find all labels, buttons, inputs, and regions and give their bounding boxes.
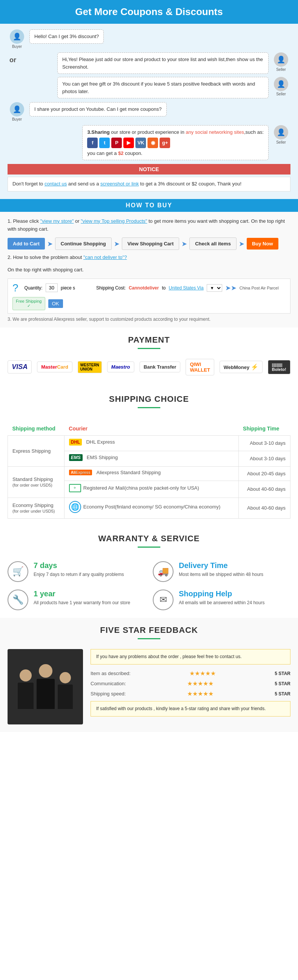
warranty-item-1year: 🔧 1 year All products have 1 year warran… <box>8 590 145 610</box>
warranty-item-7days: 🛒 7 days Enjoy 7 days to return if any q… <box>8 561 145 582</box>
team-silhouettes <box>18 664 73 709</box>
truck-icon: 🚚 <box>153 561 174 582</box>
view-my-store-link[interactable]: "view my store" <box>40 218 74 224</box>
warranty-grid: 🛒 7 days Enjoy 7 days to return if any q… <box>8 561 290 610</box>
dhl-name: DHL Express <box>86 439 115 445</box>
five-star-underline <box>138 638 160 639</box>
steps-row: Add to Cart ➤ Continue Shopping ➤ View S… <box>8 237 290 250</box>
seller-bubble-1a: Hi,Yes! Please just add our store and pr… <box>57 52 269 74</box>
warranty-heading-delivery: Delivery Time <box>179 561 263 570</box>
table-row: Economy Shipping(for order under USD5) 🌐… <box>8 498 290 518</box>
step1-text1: 1. Please click <box>8 218 39 224</box>
to-label: to <box>162 285 166 291</box>
method-standard: Standard Shipping(for order over USD5) <box>8 466 64 498</box>
courier-eco: 🌐 Economy Post(finland economy/ SG econo… <box>64 498 238 518</box>
economy-icon: 🌐 <box>69 501 81 513</box>
feedback-note: If you have any problems about the order… <box>91 649 290 665</box>
ok-button[interactable]: OK <box>48 299 63 308</box>
contact-us-link[interactable]: contact us <box>45 181 67 186</box>
notice-box: NOTICE <box>8 164 290 175</box>
courier-dhl: DHL DHL Express <box>64 435 238 451</box>
five-star-title: FIVE STAR FEEDBACK <box>0 618 298 638</box>
score-1: 5 STAR <box>275 671 290 676</box>
step1-text2: or <box>75 218 81 224</box>
time-air: About 40-60 days <box>238 480 290 498</box>
screenshot-link[interactable]: screenshot or link <box>100 181 139 186</box>
cannot-deliver-link[interactable]: "can not deliver to"? <box>83 255 127 260</box>
time-dhl: About 3-10 days <box>238 435 290 451</box>
seller-bubble-row-1: Hi,Yes! Please just add our store and pr… <box>20 52 290 74</box>
shipping-section: SHIPPING CHOICE Shipping method Courier … <box>0 387 298 526</box>
vk-icon: VK <box>135 138 146 148</box>
coupons-header: Get More Coupons & Discounts <box>0 0 298 24</box>
warranty-text-help: Shopping Help All emails will be answere… <box>179 590 265 606</box>
ems-logo: EMS <box>69 454 83 461</box>
quantity-label: Quantity: <box>24 285 43 291</box>
warranty-heading-help: Shopping Help <box>179 590 265 598</box>
warranty-desc-1year: All products have 1 year warranty from o… <box>33 599 130 606</box>
sharing-text: 3.Sharing our store or product experienc… <box>87 129 264 135</box>
seller-label-2: Seller <box>276 140 286 144</box>
step2-text: 2. How to solve the problem about <box>8 255 82 260</box>
payment-title: PAYMENT <box>0 328 298 348</box>
seller-bubbles-1: Hi,Yes! Please just add our store and pr… <box>20 52 290 99</box>
youtube-icon: ▶ <box>123 138 134 148</box>
air-name: Registered Air Mail(china post/e packet-… <box>83 485 199 491</box>
ali-name: Aliexpress Standard Shipping <box>96 469 161 475</box>
buyer-icon-1: 👤 <box>10 29 24 44</box>
warranty-text-delivery: Delivery Time Most items will be shipped… <box>179 561 263 578</box>
step2-note: On the top right with shopping cart. <box>8 266 290 274</box>
time-ali: About 20-45 days <box>238 466 290 480</box>
buyer-label-1: Buyer <box>12 45 22 49</box>
rating-label-2: Communication: <box>91 681 126 686</box>
how-to-buy-header: HOW TO BUY <box>0 199 298 212</box>
feedback-right: If you have any problems about the order… <box>91 649 290 716</box>
warranty-desc-delivery: Most items will be shipped within 48 hou… <box>179 571 263 578</box>
table-row: Express Shipping DHL DHL Express About 3… <box>8 435 290 451</box>
free-shipping-text: Free Shipping <box>16 299 42 304</box>
shipping-method-select[interactable]: ▼ <box>207 284 222 292</box>
buyer-avatar-2: 👤 Buyer <box>8 102 26 121</box>
warranty-item-help: ✉ Shopping Help All emails will be answe… <box>153 590 290 610</box>
quantity-value[interactable]: 30 <box>46 283 58 292</box>
htb-step2: 2. How to solve the problem about "can n… <box>8 254 290 262</box>
seller-label-1b: Seller <box>276 92 286 96</box>
arrow-3: ➤ <box>182 240 187 248</box>
cart-icon: 🛒 <box>8 561 28 582</box>
feedback-bottom: If satisfied with our products , kindly … <box>91 701 290 716</box>
eco-name: Economy Post(finland economy/ SG economy… <box>83 504 220 510</box>
warranty-underline <box>138 547 160 548</box>
googleplus-icon: g+ <box>159 138 170 148</box>
webmoney-logo: WebMoney ⚡ <box>220 361 263 373</box>
country-label[interactable]: United States Via <box>169 285 204 291</box>
free-shipping-box: Free Shipping ✓ <box>13 297 45 310</box>
check-all-button[interactable]: Check all items <box>190 237 236 250</box>
warranty-desc-help: All emails will be answered within 24 ho… <box>179 599 265 606</box>
western-union-logo: WESTERNUNION <box>78 361 102 373</box>
arrow-4: ➤ <box>239 240 244 248</box>
view-top-selling-link[interactable]: "view my Top selling Products" <box>81 218 147 224</box>
rating-label-3: Shipping speed: <box>91 691 126 697</box>
courier-air: ✈ Registered Air Mail(china post/e packe… <box>64 480 238 498</box>
htb-step1: 1. Please click "view my store" or "view… <box>8 218 290 233</box>
add-to-cart-button[interactable]: Add to Cart <box>8 238 45 250</box>
continue-shopping-button[interactable]: Continue Shopping <box>55 237 112 250</box>
courier-ali: AliExpress Aliexpress Standard Shipping <box>64 466 238 480</box>
or-row: or Hi,Yes! Please just add our store and… <box>8 52 290 99</box>
how-to-buy-section: HOW TO BUY 1. Please click "view my stor… <box>0 199 298 328</box>
view-cart-button[interactable]: View Shopping Cart <box>122 237 180 250</box>
warranty-heading-1year: 1 year <box>33 590 130 598</box>
person-3 <box>58 672 73 709</box>
team-photo <box>8 649 83 724</box>
shipping-cost-label: Shipping Cost: <box>96 285 126 291</box>
buyer-chat-row-2: 👤 Buyer I share your product on Youtube.… <box>8 102 290 121</box>
warranty-section: WARRANTY & SERVICE 🛒 7 days Enjoy 7 days… <box>0 526 298 618</box>
col-courier: Courier <box>64 422 238 436</box>
air-mail-icon: ✈ <box>69 484 81 492</box>
buy-now-button[interactable]: Buy Now <box>247 238 278 250</box>
wrench-icon: 🔧 <box>8 590 28 610</box>
pinterest-icon: P <box>111 138 122 148</box>
warranty-grid-container: 🛒 7 days Enjoy 7 days to return if any q… <box>0 554 298 618</box>
china-post-label: China Post Air Parcel <box>239 286 279 290</box>
method-express: Express Shipping <box>8 435 64 466</box>
